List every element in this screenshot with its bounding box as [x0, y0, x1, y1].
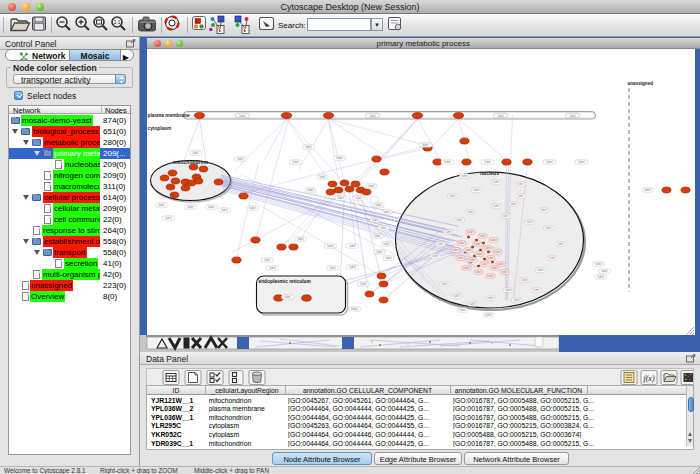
svg-text:label: label	[497, 262, 504, 266]
svg-text:label: label	[432, 254, 439, 258]
svg-text:label: label	[336, 156, 343, 160]
svg-text:label: label	[292, 160, 299, 164]
svg-text:label: label	[319, 175, 326, 179]
svg-text:label: label	[269, 266, 276, 270]
svg-text:label: label	[497, 114, 504, 118]
svg-text:label: label	[467, 210, 474, 214]
svg-text:label: label	[349, 244, 356, 248]
svg-text:label: label	[521, 278, 528, 282]
svg-text:label: label	[461, 174, 468, 178]
svg-text:label: label	[569, 114, 576, 118]
svg-text:label: label	[458, 241, 465, 245]
svg-text:label: label	[476, 252, 483, 256]
svg-text:label: label	[545, 226, 552, 230]
svg-text:label: label	[540, 208, 547, 212]
svg-text:label: label	[297, 237, 304, 241]
svg-text:label: label	[355, 196, 362, 200]
svg-text:label: label	[475, 270, 482, 274]
svg-text:label: label	[383, 242, 390, 246]
svg-text:label: label	[284, 295, 291, 299]
svg-text:label: label	[595, 262, 602, 266]
svg-text:1:1: 1:1	[114, 19, 121, 25]
svg-text:label: label	[456, 218, 463, 222]
svg-text:label: label	[485, 313, 492, 317]
svg-text:label: label	[305, 145, 312, 149]
svg-text:label: label	[337, 196, 344, 200]
svg-text:label: label	[578, 160, 585, 164]
svg-text:label: label	[327, 244, 334, 248]
svg-text:label: label	[449, 194, 456, 198]
svg-text:label: label	[493, 204, 500, 208]
svg-text:label: label	[494, 250, 501, 254]
svg-text:label: label	[546, 160, 553, 164]
svg-text:label: label	[549, 256, 556, 260]
svg-text:label: label	[601, 269, 608, 273]
svg-text:label: label	[481, 262, 488, 266]
svg-text:label: label	[351, 307, 358, 311]
svg-text:mitochondrion: mitochondrion	[173, 159, 208, 165]
svg-text:label: label	[469, 302, 476, 306]
svg-text:cytoplasm: cytoplasm	[147, 126, 171, 131]
svg-text:label: label	[453, 294, 460, 298]
svg-text:label: label	[463, 266, 470, 270]
svg-text:label: label	[459, 308, 466, 312]
svg-text:label: label	[487, 296, 494, 300]
svg-text:label: label	[380, 226, 387, 230]
svg-text:label: label	[374, 234, 381, 238]
svg-text:label: label	[372, 218, 379, 222]
svg-text:label: label	[517, 182, 524, 186]
svg-text:label: label	[445, 230, 452, 234]
svg-text:label: label	[208, 205, 215, 209]
svg-text:label: label	[526, 220, 533, 224]
svg-text:label: label	[452, 248, 459, 252]
svg-text:label: label	[484, 160, 491, 164]
svg-text:label: label	[329, 266, 336, 270]
svg-text:label: label	[444, 160, 451, 164]
svg-text:label: label	[165, 216, 172, 220]
svg-text:label: label	[383, 210, 390, 214]
svg-text:label: label	[249, 206, 256, 210]
svg-text:nucleus: nucleus	[480, 170, 499, 176]
svg-text:endoplasmic reticulum: endoplasmic reticulum	[258, 279, 310, 284]
svg-text:label: label	[369, 114, 376, 118]
svg-text:label: label	[307, 188, 314, 192]
svg-text:label: label	[368, 184, 375, 188]
svg-text:label: label	[490, 238, 497, 242]
svg-text:label: label	[473, 188, 480, 192]
svg-text:f(x): f(x)	[643, 374, 654, 383]
svg-text:label: label	[493, 180, 500, 184]
svg-text:label: label	[239, 114, 246, 118]
svg-text:label: label	[597, 275, 604, 279]
svg-text:label: label	[491, 266, 498, 270]
svg-text:unassigned: unassigned	[627, 81, 653, 86]
svg-text:label: label	[437, 242, 444, 246]
svg-text:label: label	[349, 265, 356, 269]
svg-text:label: label	[422, 143, 429, 147]
svg-text:label: label	[510, 202, 517, 206]
svg-text:label: label	[484, 246, 491, 250]
svg-text:label: label	[537, 268, 544, 272]
svg-text:label: label	[487, 256, 494, 260]
svg-text:label: label	[513, 298, 520, 302]
svg-text:label: label	[501, 270, 508, 274]
svg-text:label: label	[385, 256, 392, 260]
svg-text:label: label	[474, 242, 481, 246]
svg-text:label: label	[465, 248, 472, 252]
svg-text:label: label	[360, 282, 367, 286]
svg-text:label: label	[557, 242, 564, 246]
svg-text:label: label	[187, 205, 194, 209]
svg-text:label: label	[644, 188, 651, 192]
svg-text:label: label	[487, 274, 494, 278]
svg-text:label: label	[469, 258, 476, 262]
svg-text:label: label	[237, 157, 244, 161]
svg-text:label: label	[441, 282, 448, 286]
svg-text:label: label	[502, 214, 509, 218]
svg-text:label: label	[221, 208, 228, 212]
svg-text:label: label	[192, 151, 199, 155]
svg-text:label: label	[376, 250, 383, 254]
svg-text:label: label	[467, 230, 474, 234]
svg-text:label: label	[505, 288, 512, 292]
svg-text:label: label	[517, 194, 524, 198]
svg-text:label: label	[158, 203, 165, 207]
svg-text:label: label	[457, 256, 464, 260]
